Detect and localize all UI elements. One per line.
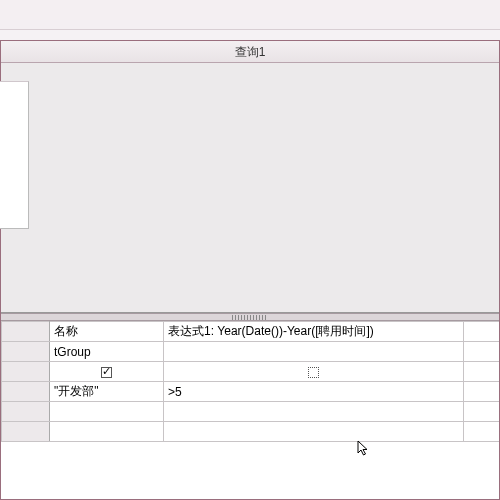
field-cell-1[interactable]: 名称: [50, 322, 164, 342]
criteria-cell-1[interactable]: "开发部": [50, 382, 164, 402]
table-row: tGroup: [2, 342, 500, 362]
show-row: [2, 362, 500, 382]
show-checkbox-1[interactable]: [101, 367, 112, 378]
or-cell-3b[interactable]: [464, 422, 500, 442]
row-header[interactable]: [2, 402, 50, 422]
show-cell-3[interactable]: [464, 362, 500, 382]
or-row: [2, 402, 500, 422]
table-cell-3[interactable]: [464, 342, 500, 362]
field-cell-3[interactable]: [464, 322, 500, 342]
design-grid-table: 名称 表达式1: Year(Date())-Year([聘用时间]) tGrou…: [1, 321, 499, 442]
table-cell-1[interactable]: tGroup: [50, 342, 164, 362]
row-header[interactable]: [2, 362, 50, 382]
or-cell-1b[interactable]: [50, 422, 164, 442]
row-header[interactable]: [2, 382, 50, 402]
table-field-list[interactable]: [0, 81, 29, 229]
query-design-grid[interactable]: 名称 表达式1: Year(Date())-Year([聘用时间]) tGrou…: [1, 321, 499, 499]
or-cell-1[interactable]: [50, 402, 164, 422]
row-header[interactable]: [2, 422, 50, 442]
show-cell-2[interactable]: [164, 362, 464, 382]
or-cell-3[interactable]: [464, 402, 500, 422]
table-diagram-pane[interactable]: [1, 63, 499, 313]
field-row: 名称 表达式1: Year(Date())-Year([聘用时间]): [2, 322, 500, 342]
or-row-2: [2, 422, 500, 442]
pane-splitter[interactable]: [1, 313, 499, 321]
criteria-row: "开发部" >5: [2, 382, 500, 402]
show-checkbox-2[interactable]: [308, 367, 319, 378]
field-cell-2[interactable]: 表达式1: Year(Date())-Year([聘用时间]): [164, 322, 464, 342]
window-title: 查询1: [235, 45, 266, 59]
splitter-grip-icon: [232, 315, 268, 320]
table-cell-2[interactable]: [164, 342, 464, 362]
show-cell-1[interactable]: [50, 362, 164, 382]
criteria-cell-3[interactable]: [464, 382, 500, 402]
window-title-bar[interactable]: 查询1: [1, 41, 499, 63]
row-header[interactable]: [2, 342, 50, 362]
query-design-window: 查询1 名称 表达式1: Year(Date())-Year([聘用时间]) t…: [0, 40, 500, 500]
criteria-cell-2[interactable]: >5: [164, 382, 464, 402]
or-cell-2[interactable]: [164, 402, 464, 422]
app-toolbar-area: [0, 0, 500, 30]
row-header[interactable]: [2, 322, 50, 342]
or-cell-2b[interactable]: [164, 422, 464, 442]
